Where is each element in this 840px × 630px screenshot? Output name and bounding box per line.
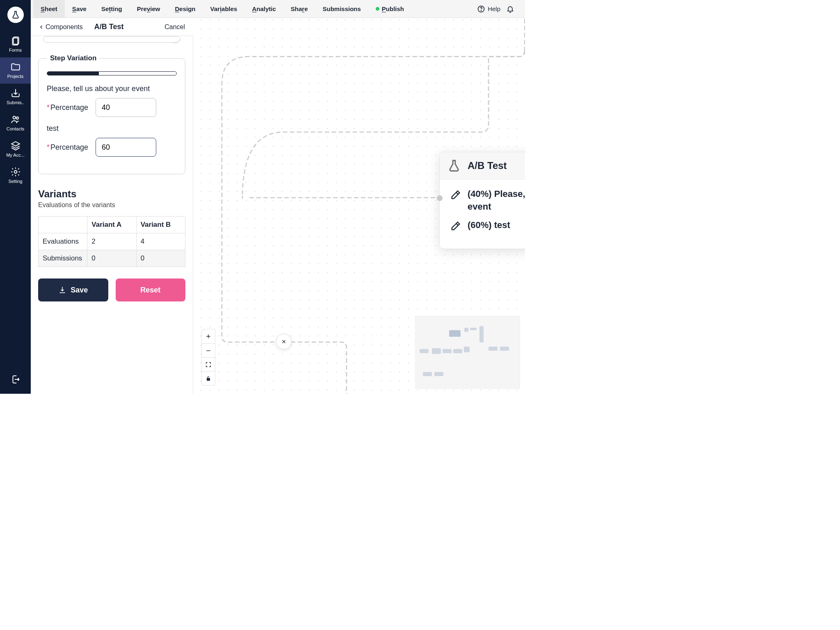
menu-share[interactable]: Share [283,0,315,18]
table-row: Evaluations 2 4 [39,233,185,250]
menu-design[interactable]: Design [167,0,203,18]
variant-a-name: Please, tell us about your event [47,84,177,93]
rail-projects[interactable]: Projects [0,57,31,84]
menu-preview[interactable]: Preview [130,0,168,18]
rail-setting[interactable]: Setting [0,162,31,189]
chevron-left-icon [39,25,44,30]
textarea-collapsed[interactable] [43,36,180,43]
question-icon [477,5,485,13]
gear-icon [10,167,21,177]
reset-button[interactable]: Reset [116,278,186,301]
svg-point-6 [481,10,482,11]
edge-delete[interactable] [276,334,292,349]
variants-heading: Variants [38,188,185,200]
app-logo [7,7,24,23]
table-row: Submissions 0 0 [39,250,185,267]
variation-progress [47,71,177,75]
menu-submissions[interactable]: Submissions [315,0,368,18]
node-title: A/B Test [468,160,507,171]
variant-a-pct-input[interactable] [96,98,156,117]
variant-b-pct-label: *Percentage [47,143,88,152]
panel-header: Components A/B Test Cancel [31,18,193,36]
node-handle-left[interactable] [437,195,443,201]
lock-canvas[interactable] [202,371,215,385]
table-col-blank [39,217,87,233]
menu-sheet[interactable]: Sheet [33,0,65,18]
rail-account[interactable]: My Acc... [0,136,31,162]
zoom-out[interactable] [202,343,215,357]
svg-rect-7 [207,378,210,380]
variant-b-pct-input[interactable] [96,138,156,157]
flask-icon [447,159,461,173]
cancel-button[interactable]: Cancel [164,23,185,31]
step-variation-legend: Step Variation [47,54,100,62]
variant-a-pct-label: *Percentage [47,103,88,112]
menu-publish[interactable]: Publish [368,0,411,18]
svg-point-2 [13,116,16,119]
save-button[interactable]: Save [38,278,108,301]
logout-icon [10,374,21,385]
fit-screen[interactable] [202,357,215,371]
svg-point-4 [14,171,17,173]
inbox-icon [10,88,21,98]
eyedropper-icon [450,221,461,232]
help[interactable]: Help [477,5,500,13]
menu-setting[interactable]: Setting [94,0,130,18]
table-col-b: Variant B [136,217,185,233]
rail-submissions[interactable]: Submis.. [0,84,31,110]
menu-variables[interactable]: Variables [203,0,245,18]
minimap[interactable] [415,316,520,389]
rail-contacts[interactable]: Contacts [0,110,31,136]
eyedropper-icon [450,189,461,201]
zoom-in[interactable] [202,329,215,343]
node-variant-b: (60%) test [450,219,525,232]
ab-test-node[interactable]: A/B Test (40%) Please, tell us about you… [439,152,525,249]
variants-table: Variant A Variant B Evaluations 2 4 Subm… [38,216,185,267]
svg-point-3 [16,117,18,119]
variant-b-name: test [47,124,177,133]
users-icon [10,114,21,125]
menu-save[interactable]: Save [65,0,94,18]
top-menu: Sheet Save Setting Preview Design Variab… [31,0,525,18]
menu-analytic[interactable]: Analytic [244,0,283,18]
zoom-controls [201,329,215,386]
folder-icon [10,62,21,72]
table-col-a: Variant A [87,217,136,233]
step-variation-fieldset: Step Variation Please, tell us about you… [38,54,185,174]
variants-subheading: Evaluations of the variants [38,201,185,209]
left-rail: Forms Projects Submis.. Contacts My Acc.… [0,0,31,394]
bell-icon[interactable] [506,5,514,13]
rail-forms[interactable]: Forms [0,31,31,57]
rail-logout[interactable] [0,370,31,394]
flow-canvas[interactable]: A/B Test (40%) Please, tell us about you… [193,18,525,394]
node-variant-a: (40%) Please, tell us about your event [450,188,525,213]
back-components[interactable]: Components [39,23,83,31]
clipboard-icon [10,35,21,46]
panel-title: A/B Test [94,23,124,31]
download-icon [58,286,66,294]
layers-icon [10,140,21,151]
panel-body: Step Variation Please, tell us about you… [31,36,193,394]
